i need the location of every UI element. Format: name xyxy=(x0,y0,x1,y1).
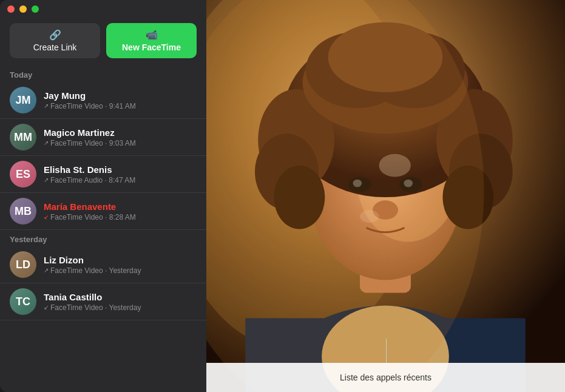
call-name-maria: María Benavente xyxy=(44,201,197,212)
avatar-maria: MB xyxy=(10,198,36,225)
caption-text: Liste des appels récents xyxy=(340,373,431,382)
window-chrome xyxy=(0,0,206,18)
call-item-maria[interactable]: MB María Benavente ↙ FaceTime Video · 8:… xyxy=(0,193,206,230)
avatar-magico: MM xyxy=(10,124,36,150)
outgoing-arrow-magico: ↗ xyxy=(44,140,49,146)
svg-point-26 xyxy=(206,0,484,392)
yesterday-section-label: Yesterday xyxy=(0,230,206,246)
call-info-tania: Tania Castillo ↙ FaceTime Video · Yester… xyxy=(44,292,197,312)
call-name-magico: Magico Martinez xyxy=(44,127,197,138)
incoming-arrow-tania: ↙ xyxy=(44,304,49,311)
outgoing-arrow-elisha: ↗ xyxy=(44,177,49,183)
minimize-button[interactable] xyxy=(19,5,27,13)
call-time-maria: FaceTime Video · 8:28 AM xyxy=(50,213,136,221)
call-item-tania[interactable]: TC Tania Castillo ↙ FaceTime Video · Yes… xyxy=(0,283,206,320)
close-button[interactable] xyxy=(7,5,15,13)
sidebar: 🔗 Create Link 📹 New FaceTime Today JM Ja… xyxy=(0,0,206,392)
call-info-maria: María Benavente ↙ FaceTime Video · 8:28 … xyxy=(44,201,197,221)
call-info-magico: Magico Martinez ↗ FaceTime Video · 9:03 … xyxy=(44,127,197,147)
call-item-jay[interactable]: JM Jay Mung ↗ FaceTime Video · 9:41 AM xyxy=(0,82,206,119)
today-section-label: Today xyxy=(0,66,206,82)
person-portrait xyxy=(206,0,565,392)
outgoing-arrow-jay: ↗ xyxy=(44,103,49,109)
create-link-label: Create Link xyxy=(33,42,77,52)
avatar-tania: TC xyxy=(10,288,36,315)
call-detail-magico: ↗ FaceTime Video · 9:03 AM xyxy=(44,139,197,147)
video-icon: 📹 xyxy=(146,29,158,41)
link-icon: 🔗 xyxy=(49,29,61,41)
call-detail-maria: ↙ FaceTime Video · 8:28 AM xyxy=(44,213,197,221)
avatar-liz: LD xyxy=(10,251,36,278)
call-time-tania: FaceTime Video · Yesterday xyxy=(50,303,141,312)
call-info-elisha: Elisha St. Denis ↗ FaceTime Audio · 8:47… xyxy=(44,164,197,184)
call-info-liz: Liz Dizon ↗ FaceTime Video · Yesterday xyxy=(44,255,197,275)
caption-line xyxy=(386,339,387,363)
call-name-liz: Liz Dizon xyxy=(44,255,197,265)
missed-arrow-maria: ↙ xyxy=(44,214,49,220)
call-item-magico[interactable]: MM Magico Martinez ↗ FaceTime Video · 9:… xyxy=(0,119,206,156)
call-time-elisha: FaceTime Audio · 8:47 AM xyxy=(50,176,135,184)
call-detail-jay: ↗ FaceTime Video · 9:41 AM xyxy=(44,102,197,110)
avatar-jay: JM xyxy=(10,87,36,113)
call-time-liz: FaceTime Video · Yesterday xyxy=(50,266,141,275)
create-link-button[interactable]: 🔗 Create Link xyxy=(10,23,100,58)
call-list: Today JM Jay Mung ↗ FaceTime Video · 9:4… xyxy=(0,66,206,392)
call-item-liz[interactable]: LD Liz Dizon ↗ FaceTime Video · Yesterda… xyxy=(0,246,206,283)
fullscreen-button[interactable] xyxy=(32,5,39,13)
call-detail-elisha: ↗ FaceTime Audio · 8:47 AM xyxy=(44,176,197,184)
portrait-container: Liste des appels récents xyxy=(206,0,565,392)
new-facetime-button[interactable]: 📹 New FaceTime xyxy=(106,23,197,58)
call-name-elisha: Elisha St. Denis xyxy=(44,164,197,175)
call-info-jay: Jay Mung ↗ FaceTime Video · 9:41 AM xyxy=(44,90,197,110)
call-name-tania: Tania Castillo xyxy=(44,292,197,302)
new-facetime-label: New FaceTime xyxy=(122,42,181,52)
call-item-elisha[interactable]: ES Elisha St. Denis ↗ FaceTime Audio · 8… xyxy=(0,156,206,193)
outgoing-arrow-liz: ↗ xyxy=(44,267,49,274)
call-detail-liz: ↗ FaceTime Video · Yesterday xyxy=(44,266,197,275)
call-time-jay: FaceTime Video · 9:41 AM xyxy=(50,102,136,110)
call-detail-tania: ↙ FaceTime Video · Yesterday xyxy=(44,303,197,312)
call-time-magico: FaceTime Video · 9:03 AM xyxy=(50,139,136,147)
avatar-elisha: ES xyxy=(10,161,36,188)
call-name-jay: Jay Mung xyxy=(44,90,197,101)
main-content: Liste des appels récents xyxy=(206,0,565,392)
caption: Liste des appels récents xyxy=(206,363,565,392)
